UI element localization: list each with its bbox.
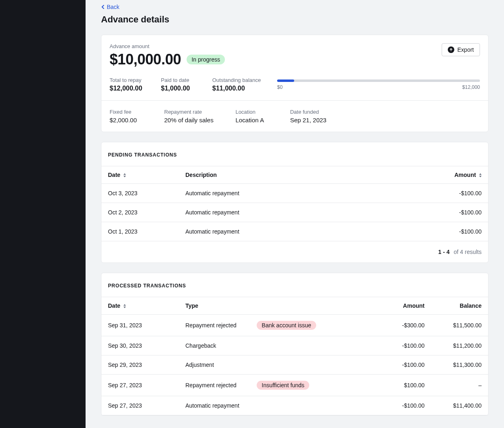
processed-section-title: PROCESSED TRANSACTIONS bbox=[101, 273, 488, 297]
table-row[interactable]: Sep 27, 2023Repayment rejectedInsufficie… bbox=[101, 375, 488, 396]
fixed-fee-label: Fixed fee bbox=[110, 109, 142, 115]
cell-amount: -$100.00 bbox=[431, 184, 488, 203]
cell-amount: -$100.00 bbox=[431, 203, 488, 222]
sort-icon bbox=[123, 304, 126, 308]
sort-icon bbox=[479, 173, 482, 177]
repayment-rate-label: Repayment rate bbox=[164, 109, 213, 115]
progress-fill bbox=[277, 79, 294, 82]
outstanding-balance-label: Outstanding balance bbox=[212, 77, 261, 83]
cell-type: Chargeback bbox=[179, 336, 374, 355]
cell-balance: $11,300.00 bbox=[431, 355, 488, 375]
processed-col-type[interactable]: Type bbox=[179, 297, 374, 315]
status-pill: Bank account issue bbox=[257, 321, 316, 330]
progress-max: $12,000 bbox=[462, 84, 480, 90]
outstanding-balance-value: $11,000.00 bbox=[212, 85, 261, 92]
pending-col-date[interactable]: Date bbox=[101, 166, 179, 184]
cell-balance: $11,200.00 bbox=[431, 336, 488, 355]
cell-description: Automatic repayment bbox=[179, 203, 431, 222]
location-label: Location bbox=[235, 109, 268, 115]
total-to-repay-value: $12,000.00 bbox=[110, 85, 146, 92]
cell-date: Oct 1, 2023 bbox=[101, 222, 179, 241]
cell-type: Automatic repayment bbox=[179, 396, 374, 415]
cell-amount: $100.00 bbox=[374, 375, 431, 396]
table-row[interactable]: Oct 2, 2023Automatic repayment-$100.00 bbox=[101, 203, 488, 222]
main-content: Back Advance details Advance amount $10,… bbox=[86, 0, 504, 428]
cell-date: Sep 27, 2023 bbox=[101, 375, 179, 396]
chevron-left-icon bbox=[101, 5, 105, 9]
cell-amount: -$100.00 bbox=[374, 336, 431, 355]
table-row[interactable]: Oct 1, 2023Automatic repayment-$100.00 bbox=[101, 222, 488, 241]
cell-balance: $11,400.00 bbox=[431, 396, 488, 415]
status-badge: In progress bbox=[187, 55, 225, 64]
cell-date: Sep 29, 2023 bbox=[101, 355, 179, 375]
pagination-total: of 4 results bbox=[454, 249, 482, 255]
cell-description: Automatic repayment bbox=[179, 184, 431, 203]
processed-col-balance[interactable]: Balance bbox=[431, 297, 488, 315]
summary-card: Advance amount $10,000.00 In progress Ex… bbox=[101, 35, 489, 132]
date-funded-value: Sep 21, 2023 bbox=[290, 117, 326, 124]
cell-amount: -$300.00 bbox=[374, 315, 431, 336]
cell-date: Sep 30, 2023 bbox=[101, 336, 179, 355]
pending-table: Date Description Amount Oct 3, 2023Autom… bbox=[101, 166, 488, 241]
export-label: Export bbox=[458, 46, 474, 53]
page-title: Advance details bbox=[101, 14, 489, 25]
cell-amount: -$100.00 bbox=[374, 396, 431, 415]
pagination-range: 1 - 4 bbox=[438, 249, 450, 255]
table-row[interactable]: Sep 30, 2023Chargeback-$100.00$11,200.00 bbox=[101, 336, 488, 355]
pending-col-amount[interactable]: Amount bbox=[431, 166, 488, 184]
back-label: Back bbox=[107, 4, 119, 10]
processed-table: Date Type Amount Balance Sep 31, 2023Rep… bbox=[101, 297, 488, 415]
date-funded-label: Date funded bbox=[290, 109, 326, 115]
export-icon bbox=[448, 46, 454, 53]
cell-type: Repayment rejectedInsufficient funds bbox=[179, 375, 374, 396]
pending-section-title: PENDING TRANSACTIONS bbox=[101, 142, 488, 166]
total-to-repay-label: Total to repay bbox=[110, 77, 146, 83]
sort-icon bbox=[123, 173, 126, 177]
processed-col-amount[interactable]: Amount bbox=[374, 297, 431, 315]
progress-bar bbox=[277, 79, 480, 82]
cell-amount: -$100.00 bbox=[374, 355, 431, 375]
cell-balance: – bbox=[431, 375, 488, 396]
paid-to-date-value: $1,000.00 bbox=[161, 85, 198, 92]
table-row[interactable]: Oct 3, 2023Automatic repayment-$100.00 bbox=[101, 184, 488, 203]
advance-amount-value: $10,000.00 bbox=[110, 51, 181, 68]
cell-type: Adjustment bbox=[179, 355, 374, 375]
table-row[interactable]: Sep 31, 2023Repayment rejectedBank accou… bbox=[101, 315, 488, 336]
processed-transactions-card: PROCESSED TRANSACTIONS Date Type Amount … bbox=[101, 273, 489, 416]
cell-date: Oct 3, 2023 bbox=[101, 184, 179, 203]
cell-description: Automatic repayment bbox=[179, 222, 431, 241]
repayment-rate-value: 20% of daily sales bbox=[164, 117, 213, 124]
cell-type: Repayment rejectedBank account issue bbox=[179, 315, 374, 336]
pending-col-date-label: Date bbox=[108, 172, 120, 178]
cell-date: Sep 31, 2023 bbox=[101, 315, 179, 336]
back-button[interactable]: Back bbox=[101, 4, 119, 10]
pending-pagination: 1 - 4 of 4 results bbox=[101, 241, 488, 263]
fixed-fee-value: $2,000.00 bbox=[110, 117, 142, 124]
table-row[interactable]: Sep 29, 2023Adjustment-$100.00$11,300.00 bbox=[101, 355, 488, 375]
pending-col-amount-label: Amount bbox=[454, 172, 476, 178]
export-button[interactable]: Export bbox=[442, 43, 480, 56]
processed-col-date-label: Date bbox=[108, 302, 120, 309]
pending-transactions-card: PENDING TRANSACTIONS Date Description Am… bbox=[101, 142, 489, 263]
paid-to-date-label: Paid to date bbox=[161, 77, 198, 83]
advance-amount-label: Advance amount bbox=[110, 43, 442, 49]
cell-amount: -$100.00 bbox=[431, 222, 488, 241]
cell-balance: $11,500.00 bbox=[431, 315, 488, 336]
pending-col-description[interactable]: Description bbox=[179, 166, 431, 184]
sidebar bbox=[0, 0, 86, 428]
status-pill: Insufficient funds bbox=[257, 381, 309, 390]
table-row[interactable]: Sep 27, 2023Automatic repayment-$100.00$… bbox=[101, 396, 488, 415]
cell-date: Sep 27, 2023 bbox=[101, 396, 179, 415]
processed-col-date[interactable]: Date bbox=[101, 297, 179, 315]
progress-min: $0 bbox=[277, 84, 282, 90]
cell-date: Oct 2, 2023 bbox=[101, 203, 179, 222]
location-value: Location A bbox=[235, 117, 268, 124]
